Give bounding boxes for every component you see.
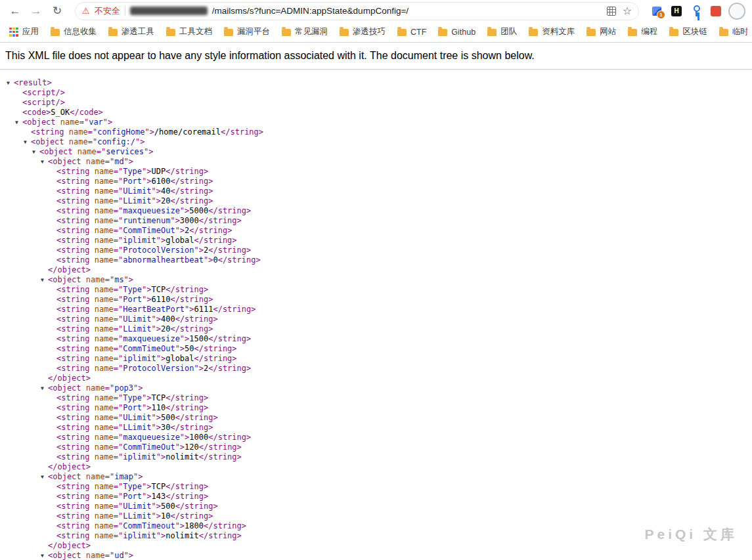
bookmark-label: 渗透工具 — [122, 26, 154, 37]
bookmark-label: 漏洞平台 — [237, 26, 270, 37]
bookmark-label: 信息收集 — [64, 26, 97, 37]
xml-line: <string name="LLimit">10</string> — [0, 511, 752, 521]
bookmark-star-icon[interactable]: ☆ — [623, 6, 632, 16]
xml-line: <string name="Port">110</string> — [0, 403, 752, 413]
xml-line: <string name="maxqueuesize">1000</string… — [0, 433, 752, 442]
xml-line: <string name="CommTimeOut">50</string> — [0, 344, 752, 354]
key-extension-icon — [693, 5, 699, 16]
extension-key-button[interactable] — [690, 5, 702, 17]
bookmark-item[interactable]: 信息收集 — [45, 24, 102, 40]
red-extension-icon — [711, 6, 721, 16]
xml-line: <string name="Port">6110</string> — [0, 295, 752, 305]
collapse-arrow-icon[interactable]: ▼ — [32, 147, 39, 157]
xml-line: ▼<object name="services"> — [0, 147, 752, 157]
folder-icon — [397, 29, 407, 36]
bookmark-item[interactable]: Github — [433, 25, 481, 39]
folder-icon — [166, 29, 175, 36]
collapse-arrow-icon[interactable]: ▼ — [41, 275, 48, 285]
url-path-text: /mailsms/s?func=ADMIN:appState&dumpConfi… — [212, 6, 602, 16]
collapse-arrow-icon[interactable]: ▼ — [41, 157, 48, 167]
bookmark-label: 应用 — [22, 26, 39, 37]
xml-line: <string name="ULimit">40</string> — [0, 186, 752, 196]
bookmark-item[interactable]: 渗透工具 — [103, 24, 160, 40]
bookmark-item[interactable]: 渗透技巧 — [334, 24, 391, 40]
bookmark-label: 区块链 — [682, 26, 707, 37]
folder-icon — [628, 29, 637, 36]
xml-line: <script/> — [0, 98, 752, 108]
address-bar[interactable]: ⚠ 不安全 /mailsms/s?func=ADMIN:appState&dum… — [75, 2, 639, 20]
hackbar-extension-icon: H — [671, 6, 682, 16]
bookmark-label: 常见漏洞 — [295, 26, 328, 37]
collapse-arrow-icon[interactable]: ▼ — [41, 383, 48, 393]
forward-button[interactable]: → — [28, 3, 45, 20]
bookmark-item[interactable]: 网站 — [581, 24, 621, 40]
side-panel-grid-icon[interactable] — [607, 7, 616, 16]
extension-badge: 1 — [657, 11, 665, 19]
collapse-arrow-icon[interactable]: ▼ — [7, 78, 14, 88]
bookmark-item[interactable]: 常见漏洞 — [276, 24, 333, 40]
folder-icon — [719, 29, 728, 36]
collapse-arrow-icon[interactable]: ▼ — [15, 118, 22, 127]
profile-avatar[interactable] — [728, 3, 745, 20]
extension-red-button[interactable] — [710, 5, 722, 17]
collapse-arrow-icon[interactable]: ▼ — [41, 551, 48, 560]
xml-line: <string name="Type">TCP</string> — [0, 285, 752, 295]
xml-line: ▼<object name="ud"> — [0, 551, 752, 560]
bookmark-label: 临时 — [732, 26, 749, 37]
reload-button[interactable]: ↻ — [49, 3, 66, 20]
back-button[interactable]: ← — [7, 3, 24, 20]
xml-document-tree: ▼<result><script/><script/><code>S_OK</c… — [0, 70, 752, 560]
extension-hackbar-button[interactable]: H — [671, 5, 682, 17]
bookmark-label: 资料文库 — [542, 26, 575, 37]
bookmark-label: 网站 — [600, 26, 616, 37]
xml-line: ▼<result> — [0, 78, 752, 88]
xml-line: <string name="LLimit">30</string> — [0, 423, 752, 433]
folder-icon — [340, 29, 349, 36]
security-label[interactable]: 不安全 — [95, 5, 120, 17]
xml-line: <string name="Port">6100</string> — [0, 177, 752, 186]
xml-line: <string name="configHome">/home/coremail… — [0, 127, 752, 137]
xml-style-notice: This XML file does not appear to have an… — [0, 43, 752, 70]
xml-line: <string name="ULimit">500</string> — [0, 502, 752, 511]
xml-line: <string name="ULimit">500</string> — [0, 413, 752, 423]
xml-line: <code>S_OK</code> — [0, 108, 752, 118]
xml-line: </object> — [0, 462, 752, 472]
bookmark-item[interactable]: 漏洞平台 — [219, 24, 275, 40]
xml-line: <string name="iplimit">global</string> — [0, 236, 752, 246]
collapse-arrow-icon[interactable]: ▼ — [41, 472, 48, 482]
xml-line: ▼<object name="config:/"> — [0, 137, 752, 147]
bookmark-item[interactable]: 团队 — [482, 24, 522, 40]
bookmark-item[interactable]: 临时 — [714, 24, 752, 40]
xml-line: <string name="LLimit">20</string> — [0, 196, 752, 206]
xml-line: <string name="Type">TCP</string> — [0, 482, 752, 492]
xml-line: </object> — [0, 374, 752, 383]
folder-icon — [51, 29, 60, 36]
folder-icon — [669, 29, 678, 36]
xml-line: </object> — [0, 541, 752, 551]
bookmark-label: 编程 — [641, 26, 657, 37]
bookmark-item[interactable]: 工具文档 — [161, 24, 217, 40]
extension-cube-button[interactable]: 1 — [651, 5, 663, 17]
xml-line: <string name="HeartBeatPort">6111</strin… — [0, 305, 752, 314]
apps-grid-icon — [9, 28, 18, 37]
xml-line: ▼<object name="pop3"> — [0, 383, 752, 393]
bookmark-item[interactable]: 区块链 — [664, 24, 713, 40]
folder-icon — [529, 29, 538, 36]
xml-line: <string name="CommTimeOut">120</string> — [0, 442, 752, 452]
browser-toolbar: ← → ↻ ⚠ 不安全 /mailsms/s?func=ADMIN:appSta… — [0, 0, 752, 22]
collapse-arrow-icon[interactable]: ▼ — [24, 137, 31, 147]
xml-line: <string name="CommTimeout">1800</string> — [0, 521, 752, 531]
bookmark-label: Github — [451, 28, 476, 37]
xml-line: <string name="Port">143</string> — [0, 492, 752, 502]
bookmark-item[interactable]: 编程 — [623, 24, 663, 40]
xml-line: <string name="LLimit">20</string> — [0, 324, 752, 334]
bookmark-item[interactable]: 应用 — [4, 24, 44, 40]
folder-icon — [224, 29, 233, 36]
xml-line: ▼<object name="var"> — [0, 118, 752, 127]
bookmark-item[interactable]: CTF — [392, 25, 431, 39]
xml-line: <string name="maxqueuesize">5000</string… — [0, 206, 752, 216]
bookmark-item[interactable]: 资料文库 — [523, 24, 580, 40]
xml-line: <string name="maxqueuesize">1500</string… — [0, 334, 752, 344]
bookmark-label: 工具文档 — [179, 26, 212, 37]
not-secure-warning-icon: ⚠ — [82, 7, 90, 15]
